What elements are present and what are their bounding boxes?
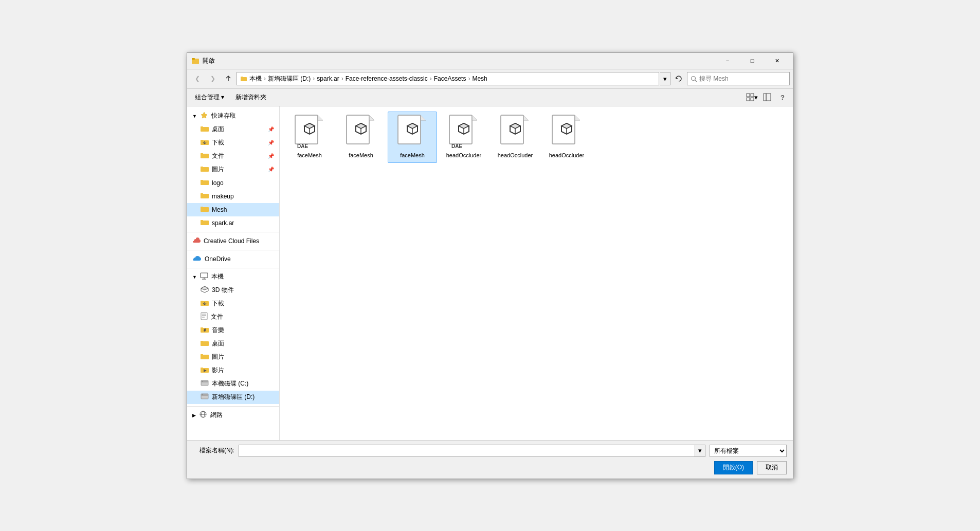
sidebar-item-drive-c[interactable]: 本機磁碟 (C:) xyxy=(187,377,279,391)
breadcrumb: 本機 › 新增磁碟區 (D:) › spark.ar › Face-refere… xyxy=(237,72,659,85)
sidebar-item-onedrive[interactable]: OneDrive xyxy=(187,252,279,266)
pictures2-icon xyxy=(201,353,209,361)
refresh-button[interactable] xyxy=(672,71,686,86)
sidebar-item-desktop2[interactable]: 桌面 xyxy=(187,337,279,351)
help-button[interactable]: ? xyxy=(775,90,790,104)
svg-marker-75 xyxy=(421,115,426,120)
sidebar-item-videos[interactable]: 影片 xyxy=(187,364,279,377)
forward-button[interactable]: ❯ xyxy=(206,71,220,86)
svg-rect-45 xyxy=(201,355,209,359)
hide-pane-button[interactable] xyxy=(760,90,774,104)
file-item-headoccluder3[interactable]: headOccluder xyxy=(542,112,591,163)
main-content: ▼ 快速存取 桌面 📌 下載 📌 xyxy=(187,106,793,440)
nav-bar: ❮ ❯ 本機 › 新增磁碟區 (D:) › spark.ar › Face-re… xyxy=(187,69,793,89)
downloads-folder-icon xyxy=(201,138,209,147)
svg-marker-60 xyxy=(318,115,323,120)
sidebar-desktop-label: 桌面 xyxy=(212,125,224,134)
sidebar-item-downloads[interactable]: 下載 📌 xyxy=(187,136,279,150)
sidebar-section-this-pc[interactable]: ▼ 本機 xyxy=(187,270,279,284)
file-item-facemesh3[interactable]: faceMesh xyxy=(388,112,437,163)
this-pc-icon xyxy=(200,272,208,282)
sidebar-drive-c-label: 本機磁碟 (C:) xyxy=(212,379,248,388)
sidebar-item-logo[interactable]: logo xyxy=(187,176,279,190)
file-item-facemesh2[interactable]: faceMesh xyxy=(336,112,386,163)
sidebar-music-label: 音樂 xyxy=(212,326,224,335)
sidebar-item-downloads2[interactable]: 下載 xyxy=(187,297,279,310)
toolbar-right: ▾ ? xyxy=(745,90,790,104)
svg-rect-8 xyxy=(751,94,754,97)
organize-button[interactable]: 組合管理 ▾ xyxy=(190,90,229,104)
view-icons-button[interactable]: ▾ xyxy=(745,90,759,104)
network-icon xyxy=(199,410,207,420)
breadcrumb-mesh[interactable]: Mesh xyxy=(472,75,487,82)
filename-dropdown-button[interactable]: ▾ xyxy=(695,445,705,457)
sidebar-item-network[interactable]: ▶ 網路 xyxy=(187,409,279,422)
this-pc-expand-icon: ▼ xyxy=(192,274,197,280)
file-item-headoccluder1[interactable]: DAE headOccluder xyxy=(439,112,488,163)
file-item-facemesh1[interactable]: DAE faceMesh xyxy=(285,112,334,163)
open-button[interactable]: 開啟(O) xyxy=(714,461,753,474)
sidebar-item-mesh[interactable]: Mesh xyxy=(187,203,279,216)
sidebar-divider-4 xyxy=(187,406,279,407)
sidebar-makeup-label: makeup xyxy=(212,193,234,200)
back-button[interactable]: ❮ xyxy=(190,71,205,86)
headoccluder2-label: headOccluder xyxy=(498,152,533,159)
svg-rect-11 xyxy=(764,94,766,101)
breadcrumb-sparkar[interactable]: spark.ar xyxy=(317,75,339,82)
svg-line-6 xyxy=(695,80,697,82)
view-grid-icon xyxy=(746,93,754,101)
svg-rect-26 xyxy=(201,207,209,212)
breadcrumb-faceassets[interactable]: FaceAssets xyxy=(434,75,466,82)
svg-rect-29 xyxy=(201,273,208,278)
dae-file-icon-2: DAE xyxy=(447,114,480,151)
headoccluder1-icon-wrapper: DAE xyxy=(446,115,481,150)
sidebar-item-music[interactable]: 音樂 xyxy=(187,324,279,337)
svg-rect-4 xyxy=(241,77,247,81)
breadcrumb-dropdown-button[interactable]: ▾ xyxy=(660,72,670,85)
search-input[interactable] xyxy=(699,75,786,82)
toolbar-left: 組合管理 ▾ 新增資料夾 xyxy=(190,90,271,104)
svg-rect-7 xyxy=(747,94,750,97)
sidebar-logo-label: logo xyxy=(212,179,224,187)
svg-marker-82 xyxy=(472,115,477,120)
sidebar-item-documents2[interactable]: 文件 xyxy=(187,310,279,324)
sidebar-item-creative-cloud[interactable]: Creative Cloud Files xyxy=(187,234,279,248)
breadcrumb-facereference[interactable]: Face-reference-assets-classic xyxy=(346,75,428,82)
sidebar-item-desktop[interactable]: 桌面 📌 xyxy=(187,123,279,136)
dialog-icon xyxy=(191,57,199,65)
up-arrow-icon xyxy=(225,75,232,82)
sidebar-item-pictures2[interactable]: 圖片 xyxy=(187,351,279,364)
pictures-folder-icon xyxy=(201,165,209,174)
up-button[interactable] xyxy=(221,71,235,86)
title-bar: 開啟 − □ ✕ xyxy=(187,53,793,69)
sidebar-item-documents[interactable]: 文件 📌 xyxy=(187,150,279,163)
sidebar-item-pictures[interactable]: 圖片 📌 xyxy=(187,163,279,176)
filename-input[interactable] xyxy=(239,445,695,457)
open-file-dialog: 開啟 − □ ✕ ❮ ❯ 本機 › 新增磁碟區 (D:) xyxy=(187,52,793,479)
breadcrumb-thispc[interactable]: 本機 xyxy=(249,75,262,83)
filename-label: 檔案名稱(N): xyxy=(193,446,234,455)
breadcrumb-drive[interactable]: 新增磁碟區 (D:) xyxy=(268,75,311,83)
desktop-pin-icon: 📌 xyxy=(268,126,274,132)
filetype-select[interactable]: 所有檔案 xyxy=(710,445,787,457)
sidebar-section-quick-access[interactable]: ▼ 快速存取 xyxy=(187,109,279,123)
cancel-button[interactable]: 取消 xyxy=(757,461,787,474)
sidebar-divider-3 xyxy=(187,268,279,268)
file-item-headoccluder2[interactable]: headOccluder xyxy=(491,112,540,163)
sidebar-item-makeup[interactable]: makeup xyxy=(187,190,279,203)
svg-rect-14 xyxy=(201,127,209,132)
sidebar-onedrive-label: OneDrive xyxy=(205,255,231,263)
sidebar-item-sparkar[interactable]: spark.ar xyxy=(187,216,279,230)
new-folder-button[interactable]: 新增資料夾 xyxy=(231,90,271,104)
minimize-button[interactable]: − xyxy=(716,52,739,69)
close-button[interactable]: ✕ xyxy=(765,52,789,69)
svg-rect-28 xyxy=(201,221,209,225)
svg-rect-18 xyxy=(201,154,209,158)
sidebar-item-drive-d[interactable]: 新增磁碟區 (D:) xyxy=(187,391,279,404)
headoccluder2-icon-wrapper xyxy=(498,115,533,150)
maximize-button[interactable]: □ xyxy=(740,52,764,69)
desktop2-icon xyxy=(201,339,209,348)
sidebar-pictures2-label: 圖片 xyxy=(212,353,224,361)
pictures-pin-icon: 📌 xyxy=(268,167,274,172)
sidebar-item-3dobjects[interactable]: 3D 物件 xyxy=(187,284,279,297)
